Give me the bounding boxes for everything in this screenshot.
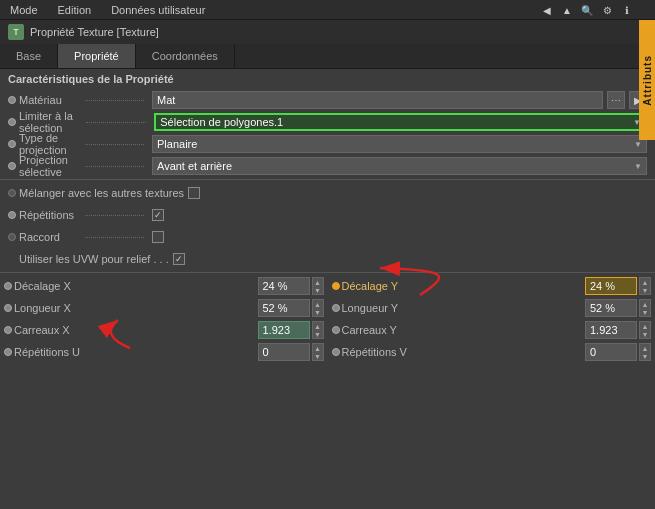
longueur-y-dot [332, 304, 340, 312]
longueur-y-value: 52 % [590, 302, 615, 314]
decalage-x-down[interactable]: ▼ [313, 286, 323, 294]
carreaux-x-field[interactable]: 1.923 [258, 321, 310, 339]
materiau-browse-btn[interactable]: ⋯ [607, 91, 625, 109]
decalage-y-dot [332, 282, 340, 290]
attributes-tab[interactable]: Attributs [639, 20, 655, 140]
attributes-tab-label: Attributs [642, 55, 653, 106]
separator-1 [0, 179, 655, 180]
proj-sel-value: Avant et arrière [157, 160, 232, 172]
materiau-field[interactable]: Mat [152, 91, 603, 109]
menu-donnees[interactable]: Données utilisateur [105, 2, 211, 18]
type-projection-dots [85, 144, 144, 145]
repetitions-uv-row: Répétitions U 0 ▲ ▼ Répétitions V 0 ▲ ▼ [0, 341, 655, 363]
repetitions-u-up[interactable]: ▲ [313, 344, 323, 352]
longueur-y-field[interactable]: 52 % [585, 299, 637, 317]
tab-coordonnees[interactable]: Coordonnées [136, 44, 235, 68]
repetitions-u-label: Répétitions U [14, 346, 256, 358]
repetitions-checkbox[interactable] [152, 209, 164, 221]
carreaux-y-label: Carreaux Y [342, 324, 584, 336]
decalage-x-spinner[interactable]: ▲ ▼ [312, 277, 324, 295]
raccord-row: Raccord [0, 226, 655, 248]
decalage-y-label: Décalage Y [342, 280, 584, 292]
type-projection-row: Type de projection Planaire ▼ [0, 133, 655, 155]
search-icon[interactable]: 🔍 [579, 2, 595, 18]
decalage-y-col: Décalage Y 24 % ▲ ▼ [328, 275, 656, 297]
repetitions-v-spinner[interactable]: ▲ ▼ [639, 343, 651, 361]
tab-base[interactable]: Base [0, 44, 58, 68]
repetitions-v-dot [332, 348, 340, 356]
limiter-dots [86, 122, 146, 123]
tab-propriete[interactable]: Propriété [58, 44, 136, 68]
menu-edition[interactable]: Edition [52, 2, 98, 18]
longueur-y-up[interactable]: ▲ [640, 300, 650, 308]
raccord-checkbox[interactable] [152, 231, 164, 243]
repetitions-dots [85, 215, 144, 216]
info-icon[interactable]: ℹ [619, 2, 635, 18]
repetitions-v-field[interactable]: 0 [585, 343, 637, 361]
arrow-up-icon[interactable]: ▲ [559, 2, 575, 18]
limiter-field[interactable]: Sélection de polygones.1 ▼ [154, 113, 647, 131]
decalage-x-field[interactable]: 24 % [258, 277, 310, 295]
decalage-y-down[interactable]: ▼ [640, 286, 650, 294]
repetitions-v-down[interactable]: ▼ [640, 352, 650, 360]
melanger-label: Mélanger avec les autres textures [19, 187, 184, 199]
section-header: Caractéristiques de la Propriété [0, 69, 655, 89]
repetitions-u-field[interactable]: 0 [258, 343, 310, 361]
repetitions-u-spinner[interactable]: ▲ ▼ [312, 343, 324, 361]
longueur-x-col: Longueur X 52 % ▲ ▼ [0, 297, 328, 319]
longueur-row: Longueur X 52 % ▲ ▼ Longueur Y 52 % ▲ ▼ [0, 297, 655, 319]
longueur-x-down[interactable]: ▼ [313, 308, 323, 316]
decalage-y-up[interactable]: ▲ [640, 278, 650, 286]
longueur-x-up[interactable]: ▲ [313, 300, 323, 308]
repetitions-label: Répétitions [19, 209, 78, 221]
proj-sel-dots [85, 166, 144, 167]
carreaux-y-field[interactable]: 1.923 [585, 321, 637, 339]
type-projection-label: Type de projection [19, 132, 78, 156]
carreaux-x-spinner[interactable]: ▲ ▼ [312, 321, 324, 339]
utiliser-checkbox[interactable] [173, 253, 185, 265]
carreaux-y-up[interactable]: ▲ [640, 322, 650, 330]
proj-sel-field[interactable]: Avant et arrière ▼ [152, 157, 647, 175]
proj-sel-arrow-icon: ▼ [634, 162, 642, 171]
longueur-y-down[interactable]: ▼ [640, 308, 650, 316]
carreaux-x-up[interactable]: ▲ [313, 322, 323, 330]
decalage-x-up[interactable]: ▲ [313, 278, 323, 286]
carreaux-y-spinner[interactable]: ▲ ▼ [639, 321, 651, 339]
settings-icon[interactable]: ⚙ [599, 2, 615, 18]
type-projection-value: Planaire [157, 138, 197, 150]
repetitions-u-col: Répétitions U 0 ▲ ▼ [0, 341, 328, 363]
carreaux-x-down[interactable]: ▼ [313, 330, 323, 338]
repetitions-dot [8, 211, 16, 219]
longueur-x-field[interactable]: 52 % [258, 299, 310, 317]
longueur-y-label: Longueur Y [342, 302, 584, 314]
panel-icon: T [8, 24, 24, 40]
repetitions-v-value: 0 [590, 346, 596, 358]
type-projection-field[interactable]: Planaire ▼ [152, 135, 647, 153]
limiter-dot [8, 118, 16, 126]
menubar: Mode Edition Données utilisateur ◀ ▲ 🔍 ⚙… [0, 0, 655, 20]
panel-title-bar: T Propriété Texture [Texture] [0, 20, 655, 44]
materiau-row: Matériau Mat ⋯ ▶ [0, 89, 655, 111]
utiliser-label: Utiliser les UVW pour relief . . . [19, 253, 169, 265]
menu-mode[interactable]: Mode [4, 2, 44, 18]
longueur-x-value: 52 % [263, 302, 288, 314]
arrow-left-icon[interactable]: ◀ [539, 2, 555, 18]
raccord-label-group: Raccord [8, 231, 148, 243]
decalage-y-value: 24 % [590, 280, 615, 292]
repetitions-u-down[interactable]: ▼ [313, 352, 323, 360]
limiter-label-group: Limiter à la sélection [8, 110, 150, 134]
type-projection-dot [8, 140, 16, 148]
carreaux-x-value: 1.923 [263, 324, 291, 336]
repetitions-v-up[interactable]: ▲ [640, 344, 650, 352]
melanger-label-group: Mélanger avec les autres textures [8, 187, 184, 199]
decalage-x-col: Décalage X 24 % ▲ ▼ [0, 275, 328, 297]
melanger-checkbox[interactable] [188, 187, 200, 199]
materiau-label-group: Matériau [8, 94, 148, 106]
decalage-y-field[interactable]: 24 % [585, 277, 637, 295]
longueur-x-spinner[interactable]: ▲ ▼ [312, 299, 324, 317]
carreaux-y-down[interactable]: ▼ [640, 330, 650, 338]
raccord-label: Raccord [19, 231, 78, 243]
decalage-y-spinner[interactable]: ▲ ▼ [639, 277, 651, 295]
proj-sel-label-group: Projection sélective [8, 154, 148, 178]
longueur-y-spinner[interactable]: ▲ ▼ [639, 299, 651, 317]
